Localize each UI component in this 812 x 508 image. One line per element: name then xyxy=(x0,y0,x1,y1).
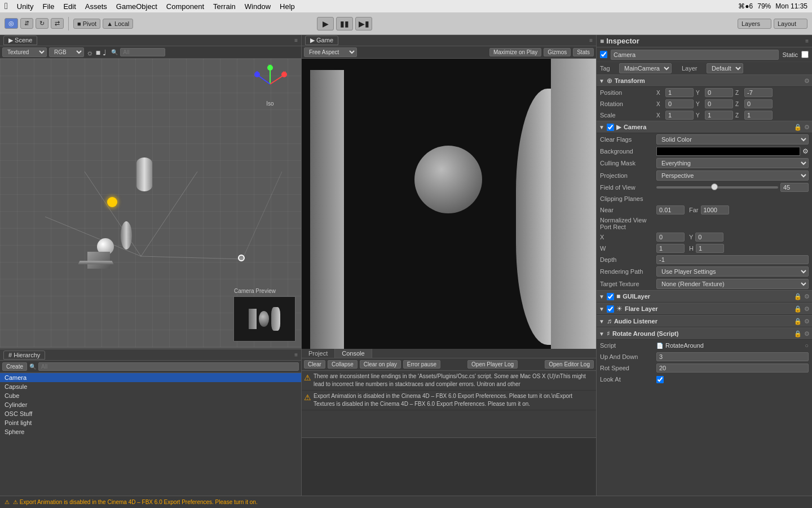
object-active-checkbox[interactable] xyxy=(600,51,607,58)
scene-tab[interactable]: ▶ Scene xyxy=(3,36,37,45)
skybox-btn[interactable]: ■ xyxy=(96,48,100,57)
camera-active-checkbox[interactable] xyxy=(607,124,614,131)
look-at-checkbox[interactable] xyxy=(656,376,664,383)
scene-canvas[interactable]: Y X Z Iso Camera Preview xyxy=(0,59,301,347)
rot-speed-input[interactable] xyxy=(656,364,809,373)
help-menu[interactable]: Help xyxy=(280,2,295,11)
audiolistener-settings-icon[interactable]: ⚙ xyxy=(804,318,810,325)
cylinder-object[interactable] xyxy=(136,157,152,191)
create-button[interactable]: Create xyxy=(2,362,27,371)
hierarchy-search[interactable] xyxy=(38,362,299,371)
unity-menu[interactable]: Unity xyxy=(17,2,34,11)
pos-x-input[interactable] xyxy=(665,88,694,97)
scale-tool-btn[interactable]: ⇄ xyxy=(51,18,64,29)
camera-settings-icon[interactable]: ⚙ xyxy=(804,124,810,131)
window-menu[interactable]: Window xyxy=(245,2,271,11)
rotate-tool-btn[interactable]: ↻ xyxy=(36,18,48,29)
local-btn[interactable]: ▲ Local xyxy=(103,19,133,29)
guilayer-settings-icon[interactable]: ⚙ xyxy=(804,293,810,300)
terrain-menu[interactable]: Terrain xyxy=(213,2,236,11)
scale-y-input[interactable] xyxy=(705,111,733,120)
up-and-down-input[interactable] xyxy=(656,352,809,361)
error-pause-btn[interactable]: Error pause xyxy=(403,360,440,369)
scene-gizmo[interactable]: Y X Z Iso xyxy=(250,64,290,104)
guilayer-active-checkbox[interactable] xyxy=(607,293,614,300)
audiolistener-header[interactable]: ▼ ♬ Audio Listener 🔒 ⚙ xyxy=(597,315,812,327)
pos-y-input[interactable] xyxy=(705,88,733,97)
hier-item-pointlight[interactable]: Point light xyxy=(0,418,301,427)
hier-item-cube[interactable]: Cube xyxy=(0,391,301,400)
clear-flags-dropdown[interactable]: Solid Color xyxy=(656,134,809,144)
render-mode-dropdown[interactable]: Textured xyxy=(2,47,47,57)
scale-z-input[interactable] xyxy=(744,111,773,120)
scene-view[interactable]: ▶ Scene ≡ Textured RGB ☼ ■ ♩ 🔍 xyxy=(0,35,301,349)
flarelayer-settings-icon[interactable]: ⚙ xyxy=(804,305,810,313)
open-editor-log-btn[interactable]: Open Editor Log xyxy=(545,360,594,369)
rot-y-input[interactable] xyxy=(705,99,733,108)
assets-menu[interactable]: Assets xyxy=(85,2,107,11)
maximize-on-play-btn[interactable]: Maximize on Play xyxy=(489,48,541,56)
hier-item-osc[interactable]: OSC Stuff xyxy=(0,409,301,418)
stats-btn[interactable]: Stats xyxy=(573,48,594,56)
game-view[interactable]: ▶ Game ≡ Free Aspect Maximize on Play Gi… xyxy=(302,35,596,349)
clear-btn[interactable]: Clear xyxy=(304,360,325,369)
object-name-input[interactable] xyxy=(611,50,779,60)
rotatearound-settings-icon[interactable]: ⚙ xyxy=(804,330,810,338)
directional-light[interactable] xyxy=(107,197,117,207)
static-checkbox[interactable] xyxy=(801,51,809,58)
plane-object[interactable] xyxy=(79,259,113,266)
rot-x-input[interactable] xyxy=(665,99,694,108)
transform-component-header[interactable]: ▼ ⊕ Transform ⚙ xyxy=(597,75,812,87)
apple-menu[interactable]:  xyxy=(5,1,8,11)
background-picker-icon[interactable]: ⚙ xyxy=(802,147,809,155)
camera-target[interactable] xyxy=(238,255,245,261)
depth-input[interactable] xyxy=(656,255,809,264)
file-menu[interactable]: File xyxy=(42,2,54,11)
pause-button[interactable]: ▮▮ xyxy=(336,17,353,30)
rot-z-input[interactable] xyxy=(744,99,773,108)
pos-z-input[interactable] xyxy=(744,88,773,97)
vp-y-input[interactable] xyxy=(695,233,723,242)
hier-item-capsule[interactable]: Capsule xyxy=(0,382,301,391)
hier-item-camera[interactable]: Camera xyxy=(0,373,301,382)
rendering-path-dropdown[interactable]: Use Player Settings xyxy=(656,266,809,277)
lighting-btn[interactable]: ☼ xyxy=(86,48,94,57)
gizmos-btn[interactable]: Gizmos xyxy=(544,48,571,56)
gameobject-menu[interactable]: GameObject xyxy=(116,2,157,11)
scale-x-input[interactable] xyxy=(665,111,694,120)
camera-component-header[interactable]: ▼ ▶ Camera 🔒 ⚙ xyxy=(597,121,812,133)
play-button[interactable]: ▶ xyxy=(317,17,334,30)
flarelayer-active-checkbox[interactable] xyxy=(607,305,614,313)
layers-dropdown[interactable]: Layers xyxy=(738,19,771,29)
aspect-dropdown[interactable]: Free Aspect xyxy=(304,47,357,57)
fov-value-input[interactable] xyxy=(780,183,809,192)
hand-tool-btn[interactable]: ◎ xyxy=(5,18,18,29)
console-tab-btn[interactable]: Console xyxy=(335,349,372,358)
vp-w-input[interactable] xyxy=(656,244,685,253)
scene-search-input[interactable] xyxy=(120,48,165,56)
pivot-btn[interactable]: ■ Pivot xyxy=(73,19,100,29)
projection-dropdown[interactable]: Perspective xyxy=(656,170,809,181)
near-input[interactable] xyxy=(656,205,685,214)
project-tab[interactable]: Project xyxy=(302,349,335,358)
component-menu[interactable]: Component xyxy=(166,2,204,11)
tag-dropdown[interactable]: MainCamera xyxy=(619,63,672,73)
collapse-btn[interactable]: Collapse xyxy=(328,360,358,369)
inspector-menu-icon[interactable]: ≡ xyxy=(805,38,809,44)
hierarchy-tab[interactable]: # Hierarchy xyxy=(3,351,45,360)
hier-item-cylinder[interactable]: Cylinder xyxy=(0,400,301,409)
edit-menu[interactable]: Edit xyxy=(63,2,76,11)
guilayer-header[interactable]: ▼ ■ GUILayer 🔒 ⚙ xyxy=(597,290,812,303)
fx-btn[interactable]: ♩ xyxy=(103,48,107,57)
target-texture-dropdown[interactable]: None (Render Texture) xyxy=(656,279,809,289)
hier-item-sphere[interactable]: Sphere xyxy=(0,427,301,436)
clear-on-play-btn[interactable]: Clear on play xyxy=(360,360,401,369)
culling-mask-dropdown[interactable]: Everything xyxy=(656,158,809,168)
capsule-object[interactable] xyxy=(121,221,132,249)
game-tab[interactable]: ▶ Game xyxy=(305,36,338,45)
layout-dropdown[interactable]: Layout xyxy=(774,19,807,29)
vp-h-input[interactable] xyxy=(696,244,724,253)
rotatearound-header[interactable]: ▼ ♯ Rotate Around (Script) 🔒 ⚙ xyxy=(597,327,812,340)
step-button[interactable]: ▶▮ xyxy=(355,17,372,30)
layer-dropdown[interactable]: Default xyxy=(707,63,743,73)
